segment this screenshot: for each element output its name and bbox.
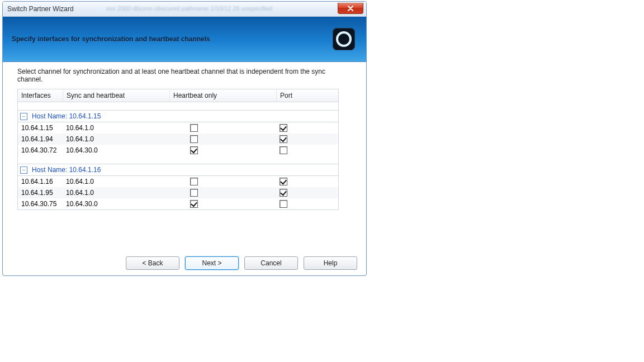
wizard-footer: < Back Next > Cancel Help	[126, 256, 357, 270]
cell-interface: 10.64.1.16	[18, 176, 63, 187]
collapse-icon[interactable]: −	[20, 166, 27, 174]
cell-port	[275, 122, 338, 134]
table-header: Interfaces Sync and heartbeat Heartbeat …	[18, 89, 338, 102]
interfaces-table: Interfaces Sync and heartbeat Heartbeat …	[17, 89, 339, 210]
cell-interface: 10.64.1.95	[18, 187, 63, 198]
cancel-button[interactable]: Cancel	[244, 256, 298, 270]
cell-heartbeat	[169, 145, 275, 156]
col-interfaces[interactable]: Interfaces	[18, 89, 63, 102]
table-row: 10.64.1.94 10.64.1.0	[18, 134, 338, 145]
titlebar: Switch Partner Wizard xxx 2000 dbconn ob…	[3, 2, 366, 17]
heartbeat-checkbox[interactable]	[190, 200, 198, 208]
group-label: Host Name: 10.64.1.16	[32, 166, 101, 174]
spacer	[18, 156, 338, 164]
port-checkbox[interactable]	[280, 135, 287, 143]
heartbeat-checkbox[interactable]	[190, 124, 198, 132]
cell-heartbeat	[169, 122, 275, 134]
target-icon	[335, 31, 352, 47]
cell-heartbeat	[169, 198, 275, 209]
cell-sync: 10.64.1.0	[63, 134, 169, 145]
cell-port	[275, 187, 338, 198]
cell-interface: 10.64.1.94	[18, 134, 63, 145]
page-subtitle: Specify interfaces for synchronization a…	[12, 35, 210, 43]
cell-heartbeat	[169, 134, 275, 145]
port-checkbox[interactable]	[280, 178, 287, 185]
cell-interface: 10.64.30.75	[18, 198, 63, 209]
cell-sync: 10.64.30.0	[63, 145, 169, 156]
port-checkbox[interactable]	[280, 200, 287, 208]
cell-port	[275, 198, 338, 209]
col-port[interactable]: Port	[277, 89, 338, 102]
heartbeat-checkbox[interactable]	[190, 189, 198, 197]
cell-sync: 10.64.1.0	[63, 176, 169, 187]
cell-heartbeat	[169, 176, 275, 187]
cell-interface: 10.64.1.15	[18, 122, 63, 134]
cell-sync: 10.64.30.0	[63, 198, 169, 209]
heartbeat-checkbox[interactable]	[190, 135, 198, 143]
instruction-text: Select channel for synchronization and a…	[17, 68, 352, 83]
table-row: 10.64.1.15 10.64.1.0	[18, 122, 338, 134]
wizard-window: Switch Partner Wizard xxx 2000 dbconn ob…	[2, 1, 367, 276]
back-button[interactable]: < Back	[126, 256, 179, 270]
heartbeat-checkbox[interactable]	[190, 178, 198, 185]
next-button[interactable]: Next >	[185, 256, 239, 270]
cell-sync: 10.64.1.0	[63, 122, 169, 134]
cell-heartbeat	[169, 187, 275, 198]
content-area: Select channel for synchronization and a…	[3, 62, 366, 215]
spacer	[18, 102, 338, 110]
header-band: Specify interfaces for synchronization a…	[3, 17, 366, 62]
table-row: 10.64.30.72 10.64.30.0	[18, 145, 338, 156]
col-heartbeat[interactable]: Heartbeat only	[170, 89, 277, 102]
cell-port	[275, 134, 338, 145]
table-row: 10.64.1.95 10.64.1.0	[18, 187, 338, 198]
collapse-icon[interactable]: −	[20, 113, 27, 120]
group-header[interactable]: − Host Name: 10.64.1.15	[18, 110, 338, 122]
cell-sync: 10.64.1.0	[63, 187, 169, 198]
port-checkbox[interactable]	[280, 124, 287, 132]
col-sync[interactable]: Sync and heartbeat	[63, 89, 170, 102]
cell-interface: 10.64.30.72	[18, 145, 63, 156]
close-icon	[347, 6, 354, 11]
group-label: Host Name: 10.64.1.15	[32, 112, 101, 120]
group-header[interactable]: − Host Name: 10.64.1.16	[18, 164, 338, 176]
cell-port	[275, 176, 338, 187]
help-button[interactable]: Help	[304, 256, 357, 270]
close-button[interactable]	[338, 3, 363, 14]
app-icon	[333, 28, 355, 50]
cell-port	[275, 145, 338, 156]
table-row: 10.64.1.16 10.64.1.0	[18, 176, 338, 187]
table-row: 10.64.30.75 10.64.30.0	[18, 198, 338, 209]
svg-point-1	[342, 37, 346, 41]
port-checkbox[interactable]	[280, 146, 287, 154]
port-checkbox[interactable]	[280, 189, 287, 197]
heartbeat-checkbox[interactable]	[190, 146, 198, 154]
window-title: Switch Partner Wizard	[3, 5, 74, 13]
titlebar-ghost-text: xxx 2000 dbconn obscured pathname 2/10/1…	[106, 5, 272, 12]
